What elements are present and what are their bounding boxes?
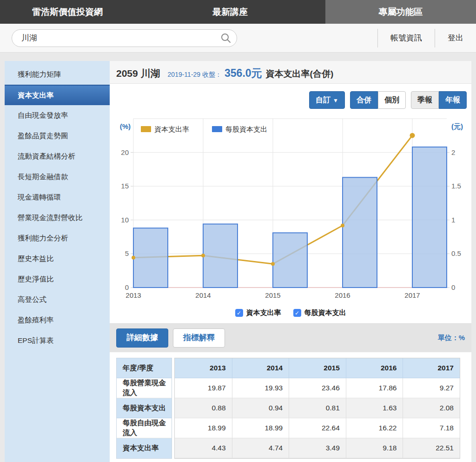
table-cell: 23.46 bbox=[289, 378, 346, 398]
left-axis-tick: 0 bbox=[125, 283, 129, 291]
series-toggle-label: 每股資本支出 bbox=[304, 308, 346, 317]
left-axis-unit: (%) bbox=[120, 122, 131, 130]
sidebar-item[interactable]: 歷史本益比 bbox=[5, 248, 110, 269]
capex-chart-svg: 0510152000.511.5220132014201520162017資本支… bbox=[110, 116, 471, 302]
indicator-explain-tab[interactable]: 指標解釋 bbox=[173, 328, 225, 347]
table-cell: 22.51 bbox=[403, 438, 460, 458]
x-axis-label: 2013 bbox=[126, 291, 141, 299]
capex-per-share-bar bbox=[343, 177, 377, 288]
x-axis-label: 2016 bbox=[335, 291, 350, 299]
period-toggle-group: 季報 年報 bbox=[411, 91, 467, 109]
unit-label: 單位：% bbox=[438, 334, 465, 342]
sidebar-item[interactable]: 資本支出率 bbox=[5, 85, 110, 105]
table-cell: 18.99 bbox=[232, 418, 289, 438]
sidebar-item[interactable]: 歷史淨值比 bbox=[5, 269, 110, 289]
right-axis-tick: 0 bbox=[451, 283, 455, 291]
line-point bbox=[132, 256, 135, 260]
scope-toggle-group: 合併 個別 bbox=[350, 91, 406, 109]
legend-label-bar: 每股資本支出 bbox=[225, 125, 267, 133]
table-year-header: 2016 bbox=[346, 358, 403, 378]
right-axis-tick: 0.5 bbox=[451, 249, 461, 257]
stock-title: 2059 川湖 bbox=[116, 67, 160, 80]
table-row-label: 每股自由現金流入 bbox=[117, 418, 172, 438]
legend-swatch-line bbox=[141, 126, 151, 132]
checkbox-icon: ✓ bbox=[293, 309, 301, 317]
table-cell: 4.43 bbox=[175, 438, 232, 458]
table-cell: 0.94 bbox=[232, 398, 289, 418]
search-input[interactable] bbox=[12, 29, 237, 47]
logout-link[interactable]: 登出 bbox=[435, 33, 476, 43]
capex-per-share-bar bbox=[412, 147, 447, 288]
table-cell: 19.93 bbox=[232, 378, 289, 398]
table-row-label: 每股營業現金流入 bbox=[117, 378, 172, 398]
x-axis-label: 2014 bbox=[195, 291, 211, 299]
sidebar-item[interactable]: 流動資產結構分析 bbox=[5, 146, 110, 167]
line-point bbox=[410, 133, 415, 138]
table-cell: 9.27 bbox=[403, 378, 460, 398]
nav-tab[interactable]: 雷浩斯價值投資網 bbox=[0, 0, 135, 24]
table-cell: 22.64 bbox=[289, 418, 346, 438]
legend-label-line: 資本支出率 bbox=[154, 125, 189, 133]
quarterly-button[interactable]: 季報 bbox=[411, 91, 439, 109]
right-axis-tick: 1 bbox=[451, 216, 455, 224]
table-cell: 9.18 bbox=[346, 438, 403, 458]
table-cell: 7.18 bbox=[403, 418, 460, 438]
capex-per-share-bar bbox=[273, 233, 307, 288]
right-axis-tick: 1.5 bbox=[451, 182, 461, 190]
capex-per-share-bar bbox=[203, 224, 238, 288]
table-cell: 3.49 bbox=[289, 438, 346, 458]
series-toggle[interactable]: ✓資本支出率 bbox=[235, 308, 281, 317]
x-axis-label: 2015 bbox=[265, 291, 280, 299]
custom-range-button[interactable]: 自訂▼ bbox=[309, 91, 345, 109]
consolidated-button[interactable]: 合併 bbox=[350, 91, 378, 109]
sidebar-item[interactable]: 獲利能力全分析 bbox=[5, 228, 110, 248]
top-nav: 雷浩斯價值投資網最新講座專屬功能區 bbox=[0, 0, 476, 24]
sidebar-item[interactable]: 長短期金融借款 bbox=[5, 167, 110, 187]
sidebar-item[interactable]: EPS計算表 bbox=[5, 330, 110, 351]
yearly-button[interactable]: 年報 bbox=[439, 91, 467, 109]
table-corner-cell: 年度/季度 bbox=[117, 358, 172, 378]
sidebar-item[interactable]: 自由現金發放率 bbox=[5, 105, 110, 126]
table-row-label: 資本支出率 bbox=[117, 438, 172, 458]
sidebar-item[interactable]: 營業現金流對營收比 bbox=[5, 208, 110, 228]
sidebar-item[interactable]: 獲利能力矩陣 bbox=[5, 64, 110, 85]
chart-controls: 自訂▼ 合併 個別 季報 年報 bbox=[110, 84, 471, 116]
series-toggle-label: 資本支出率 bbox=[246, 308, 281, 317]
detail-tabstrip: 詳細數據 指標解釋 單位：% bbox=[110, 323, 471, 352]
table-year-header: 2014 bbox=[232, 358, 289, 378]
search-icon[interactable] bbox=[221, 33, 231, 43]
sidebar-item[interactable]: 盈餘品質走勢圖 bbox=[5, 126, 110, 146]
table-row-label: 每股資本支出 bbox=[117, 398, 172, 418]
left-axis-tick: 20 bbox=[121, 148, 129, 156]
account-info-link[interactable]: 帳號資訊 bbox=[378, 33, 435, 43]
table-cell: 17.86 bbox=[346, 378, 403, 398]
line-point bbox=[341, 224, 344, 228]
nav-tab[interactable]: 專屬功能區 bbox=[325, 0, 476, 24]
table-cell: 4.74 bbox=[232, 438, 289, 458]
series-toggles: ✓資本支出率✓每股資本支出 bbox=[110, 302, 471, 323]
sidebar-item[interactable]: 現金週轉循環 bbox=[5, 187, 110, 208]
x-axis-label: 2017 bbox=[404, 291, 420, 299]
individual-button[interactable]: 個別 bbox=[378, 91, 406, 109]
nav-tab[interactable]: 最新講座 bbox=[135, 0, 325, 24]
chevron-down-icon: ▼ bbox=[333, 97, 338, 104]
table-cell: 0.88 bbox=[175, 398, 232, 418]
checkbox-icon: ✓ bbox=[235, 309, 243, 317]
table-data-grid: 2013201420152016201719.8719.9323.4617.86… bbox=[174, 358, 460, 459]
sidebar-item[interactable]: 盈餘殖利率 bbox=[5, 310, 110, 330]
line-point bbox=[201, 254, 205, 257]
series-toggle[interactable]: ✓每股資本支出 bbox=[293, 308, 346, 317]
sidebar-item[interactable]: 高登公式 bbox=[5, 289, 110, 310]
page-title: 資本支出率(合併) bbox=[266, 68, 334, 80]
right-axis-tick: 2 bbox=[451, 148, 455, 156]
left-axis-tick: 5 bbox=[125, 249, 129, 257]
sidebar: 獲利能力矩陣資本支出率自由現金發放率盈餘品質走勢圖流動資產結構分析長短期金融借款… bbox=[5, 61, 110, 462]
detail-data-tab[interactable]: 詳細數據 bbox=[116, 328, 168, 347]
close-price: 356.0元 bbox=[225, 66, 262, 80]
table-year-header: 2015 bbox=[289, 358, 346, 378]
left-axis-tick: 15 bbox=[121, 182, 129, 190]
table-cell: 1.63 bbox=[346, 398, 403, 418]
capex-per-share-bar bbox=[133, 228, 168, 288]
left-axis-tick: 10 bbox=[121, 216, 129, 224]
table-year-header: 2017 bbox=[403, 358, 460, 378]
